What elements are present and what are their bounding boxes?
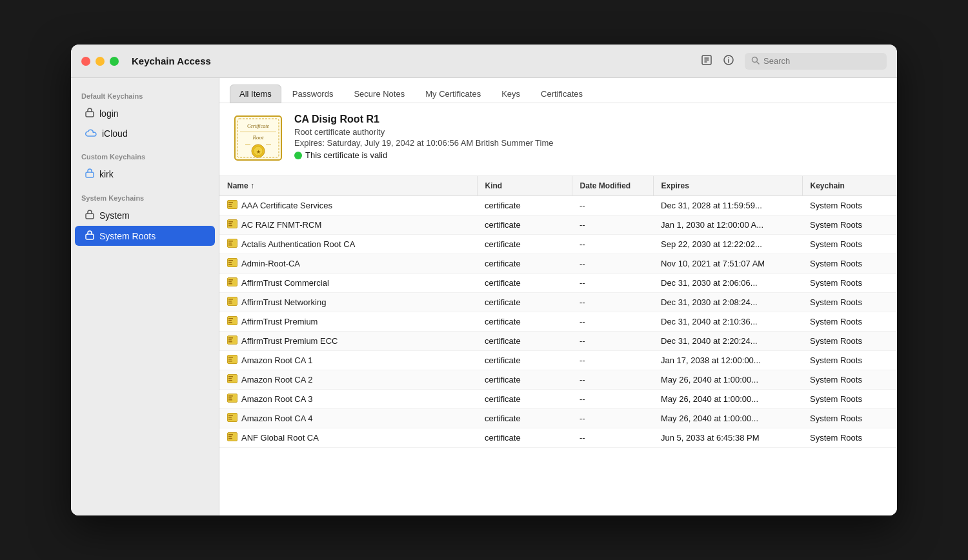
sidebar-item-system[interactable]: System xyxy=(75,205,215,225)
svg-rect-61 xyxy=(228,399,232,401)
cell-keychain: System Roots xyxy=(802,274,897,293)
svg-rect-36 xyxy=(228,281,232,283)
sidebar-item-icloud[interactable]: iCloud xyxy=(75,124,215,143)
svg-rect-29 xyxy=(228,245,232,246)
cell-kind: certificate xyxy=(477,215,572,235)
cell-date-modified: -- xyxy=(572,215,653,235)
sidebar-item-label: System Roots xyxy=(99,231,156,241)
svg-rect-33 xyxy=(228,264,232,265)
svg-rect-59 xyxy=(228,395,233,397)
col-keychain[interactable]: Keychain xyxy=(802,176,897,196)
cell-name: AffirmTrust Premium xyxy=(219,312,477,332)
tab-bar: All Items Passwords Secure Notes My Cert… xyxy=(219,78,897,103)
svg-rect-32 xyxy=(228,262,232,263)
cell-kind: certificate xyxy=(477,196,572,215)
table-row[interactable]: Actalis Authentication Root CAcertificat… xyxy=(219,235,897,254)
cell-date-modified: -- xyxy=(572,196,653,215)
cell-keychain: System Roots xyxy=(802,235,897,254)
cell-date-modified: -- xyxy=(572,332,653,351)
maximize-button[interactable] xyxy=(110,57,119,66)
table-row[interactable]: AffirmTrust Commercialcertificate--Dec 3… xyxy=(219,274,897,293)
tab-passwords[interactable]: Passwords xyxy=(283,85,343,103)
cert-details: CA Disig Root R1 Root certificate author… xyxy=(294,114,554,160)
cell-kind: certificate xyxy=(477,332,572,351)
minimize-button[interactable] xyxy=(96,57,105,66)
svg-rect-41 xyxy=(228,303,232,304)
sidebar-item-label: System xyxy=(99,210,130,221)
table-row[interactable]: Amazon Root CA 4certificate--May 26, 204… xyxy=(219,409,897,428)
svg-rect-27 xyxy=(228,241,233,242)
table-row[interactable]: AffirmTrust Premium ECCcertificate--Dec … xyxy=(219,332,897,351)
cert-thumbnail: Certificate Root ★ xyxy=(232,114,284,165)
svg-rect-4 xyxy=(86,112,94,117)
svg-rect-7 xyxy=(86,234,94,239)
close-button[interactable] xyxy=(81,57,90,66)
cell-date-modified: -- xyxy=(572,428,653,448)
cell-date-modified: -- xyxy=(572,351,653,370)
cell-kind: certificate xyxy=(477,390,572,409)
col-date-modified[interactable]: Date Modified xyxy=(572,176,653,196)
cell-expires: Sep 22, 2030 at 12:22:02... xyxy=(653,235,802,254)
cell-name: AffirmTrust Premium ECC xyxy=(219,332,477,351)
table-row[interactable]: Amazon Root CA 3certificate--May 26, 204… xyxy=(219,390,897,409)
table-row[interactable]: AffirmTrust Networkingcertificate--Dec 3… xyxy=(219,293,897,312)
tab-my-certificates[interactable]: My Certificates xyxy=(416,85,490,103)
sidebar-item-login[interactable]: login xyxy=(75,103,215,123)
table-row[interactable]: Amazon Root CA 1certificate--Jan 17, 203… xyxy=(219,351,897,370)
window-title: Keychain Access xyxy=(132,55,211,66)
cell-name: Amazon Root CA 3 xyxy=(219,390,477,409)
sidebar-item-label: kirk xyxy=(99,169,114,179)
cell-expires: Dec 31, 2040 at 2:20:24... xyxy=(653,332,802,351)
sidebar-item-system-roots[interactable]: System Roots xyxy=(75,226,215,246)
svg-rect-23 xyxy=(228,221,233,223)
svg-rect-65 xyxy=(228,419,232,420)
info-icon[interactable] xyxy=(723,54,734,68)
edit-icon[interactable] xyxy=(701,54,712,68)
cell-kind: certificate xyxy=(477,254,572,274)
tab-all-items[interactable]: All Items xyxy=(230,85,281,103)
svg-rect-31 xyxy=(228,260,233,261)
svg-rect-64 xyxy=(228,417,232,418)
table-row[interactable]: Admin-Root-CAcertificate--Nov 10, 2021 a… xyxy=(219,254,897,274)
svg-rect-25 xyxy=(228,225,232,226)
svg-rect-56 xyxy=(228,378,232,379)
search-icon xyxy=(751,55,760,67)
cell-date-modified: -- xyxy=(572,312,653,332)
table-row[interactable]: AC RAIZ FNMT-RCMcertificate--Jan 1, 2030… xyxy=(219,215,897,235)
lock-icon-2 xyxy=(85,168,94,180)
cell-date-modified: -- xyxy=(572,274,653,293)
table-header-row: Name ↑ Kind Date Modified Expires xyxy=(219,176,897,196)
svg-rect-53 xyxy=(228,361,232,362)
svg-rect-51 xyxy=(228,357,233,358)
cell-date-modified: -- xyxy=(572,293,653,312)
col-name[interactable]: Name ↑ xyxy=(219,176,477,196)
cell-name: Admin-Root-CA xyxy=(219,254,477,274)
table-row[interactable]: Amazon Root CA 2certificate--May 26, 204… xyxy=(219,370,897,390)
cell-expires: Dec 31, 2030 at 2:06:06... xyxy=(653,274,802,293)
lock-icon-4 xyxy=(85,230,94,242)
cert-name: CA Disig Root R1 xyxy=(294,114,554,125)
main-layout: Default Keychains login iCloud xyxy=(71,78,897,515)
table-row[interactable]: AffirmTrust Premiumcertificate--Dec 31, … xyxy=(219,312,897,332)
tab-secure-notes[interactable]: Secure Notes xyxy=(344,85,414,103)
table-row[interactable]: AAA Certificate Servicescertificate--Dec… xyxy=(219,196,897,215)
table-row[interactable]: ANF Global Root CAcertificate--Jun 5, 20… xyxy=(219,428,897,448)
col-expires[interactable]: Expires xyxy=(653,176,802,196)
cell-name: AffirmTrust Commercial xyxy=(219,274,477,293)
search-bar[interactable] xyxy=(745,53,887,70)
search-input[interactable] xyxy=(763,56,880,66)
svg-text:★: ★ xyxy=(256,149,261,155)
sidebar-item-kirk[interactable]: kirk xyxy=(75,164,215,184)
svg-rect-19 xyxy=(228,202,233,203)
cell-keychain: System Roots xyxy=(802,196,897,215)
tab-certificates[interactable]: Certificates xyxy=(531,85,592,103)
tab-keys[interactable]: Keys xyxy=(492,85,530,103)
col-kind[interactable]: Kind xyxy=(477,176,572,196)
svg-rect-60 xyxy=(228,397,232,399)
cell-name: ANF Global Root CA xyxy=(219,428,477,448)
cell-keychain: System Roots xyxy=(802,390,897,409)
lock-icon-3 xyxy=(85,209,94,221)
cert-table-container[interactable]: Name ↑ Kind Date Modified Expires xyxy=(219,176,897,515)
svg-rect-57 xyxy=(228,380,232,381)
cell-expires: Dec 31, 2030 at 2:08:24... xyxy=(653,293,802,312)
